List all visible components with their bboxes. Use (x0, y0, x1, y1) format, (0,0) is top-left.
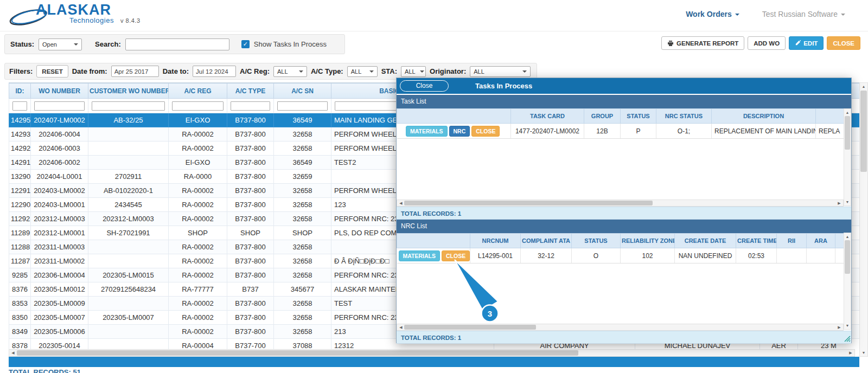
main-hscroll-thumb[interactable] (17, 350, 578, 356)
cell-wo-number: 202407-LM0002 (31, 113, 88, 127)
main-vscroll-thumb[interactable] (860, 91, 867, 172)
nrc-button[interactable]: NRC (449, 126, 470, 137)
date-to-input[interactable] (193, 66, 236, 77)
cell-id: 11287 (9, 254, 31, 268)
cell-ac-reg: RA-00002 (169, 297, 227, 311)
nrc-col-status[interactable]: STATUS (572, 234, 621, 248)
date-from-input[interactable] (111, 66, 159, 77)
cell-ac-sn: 37088 (274, 339, 331, 350)
task-col-group[interactable]: GROUP (584, 109, 621, 124)
cell-ac-reg: RA-00002 (169, 268, 227, 282)
nav-work-orders[interactable]: Work Orders (686, 10, 739, 18)
nrc-col-rii[interactable]: RII (777, 234, 807, 248)
cell-wo-number: 202312-LM0001 (31, 226, 88, 240)
col-wo-number[interactable]: WO NUMBER (31, 83, 88, 99)
search-input[interactable] (125, 38, 229, 50)
filter-input-wo-number[interactable] (34, 101, 85, 111)
scroll-left-icon[interactable]: ◀ (397, 200, 405, 206)
filter-input-id[interactable] (12, 101, 27, 111)
cell-ac-sn: 32658 (274, 268, 331, 282)
ac-reg-select[interactable]: ALL (273, 66, 307, 77)
col-id[interactable]: ID: (9, 83, 31, 99)
nrc-hscrollbar[interactable]: ◀ ▶ (397, 324, 844, 331)
cell-ac-type: B737-800 (227, 268, 274, 282)
originator-select[interactable]: ALL (470, 66, 531, 77)
main-vscrollbar[interactable]: ▲ ▼ (859, 82, 868, 357)
close-task-button[interactable]: CLOSE (471, 126, 500, 137)
cell-ac-reg: RA-00002 (169, 127, 227, 142)
filter-input-ac-type[interactable] (231, 101, 270, 111)
reset-button[interactable]: RESET (36, 65, 68, 78)
nrc-col-reliability-zone[interactable]: RELIABILITY ZONE (621, 234, 675, 248)
scroll-down-icon[interactable]: ▼ (844, 322, 851, 329)
task-col-task-card[interactable]: TASK CARD (511, 109, 584, 124)
col-ac-type[interactable]: A/C TYPE (227, 83, 274, 99)
task-hscrollbar[interactable]: ◀ ▶ (397, 200, 844, 207)
task-vscroll-thumb[interactable] (845, 116, 850, 150)
cell-wo-number: 202305-0014 (31, 339, 88, 350)
scroll-right-icon[interactable]: ▶ (835, 324, 843, 330)
show-tasks-checkbox[interactable]: ✓ (241, 40, 250, 48)
nrc-row[interactable]: MATERIALSCLOSE L14295-001 32-12 O 102 NA… (397, 248, 844, 263)
materials-button[interactable]: MATERIALS (399, 250, 440, 261)
task-row[interactable]: MATERIALSNRCCLOSE 1477-202407-LM0002 12B… (397, 124, 844, 139)
task-total-records: TOTAL RECORDS: 1 (397, 207, 851, 220)
ac-type-select[interactable]: ALL (347, 66, 378, 77)
cell-ac-sn: 32659 (274, 170, 331, 184)
edit-button[interactable]: EDIT (789, 36, 824, 50)
scroll-up-icon[interactable]: ▲ (844, 109, 851, 116)
nrc-col-complaint-ata[interactable]: COMPLAINT ATA (521, 234, 572, 248)
main-hscrollbar[interactable]: ◀ ▶ (9, 349, 855, 357)
cell-ac-type: B737-800 (227, 240, 274, 254)
cell-ac-sn: 345677 (274, 282, 331, 297)
close-button[interactable]: CLOSE (827, 36, 860, 50)
nav-user-menu[interactable]: Test Russian Software (762, 10, 845, 18)
nrc-col-ara[interactable]: ARA (807, 234, 835, 248)
chevron-down-icon (735, 14, 739, 16)
nrc-col-create-date[interactable]: CREATE DATE (675, 234, 736, 248)
scroll-left-icon[interactable]: ◀ (397, 324, 405, 330)
cell-ac-type: B737-800 (227, 198, 274, 212)
add-wo-button[interactable]: ADD WO (748, 36, 786, 50)
ac-type-value: ALL (351, 68, 362, 75)
add-wo-label: ADD WO (754, 40, 780, 47)
materials-button[interactable]: MATERIALS (406, 126, 447, 137)
scroll-down-icon[interactable]: ▼ (844, 198, 851, 205)
scroll-right-icon[interactable]: ▶ (847, 350, 854, 356)
col-customer-wo-number[interactable]: CUSTOMER WO NUMBER (88, 83, 169, 99)
nrc-col-d[interactable]: D (835, 234, 844, 248)
cell-id: 13290 (9, 170, 31, 184)
generate-report-button[interactable]: GENERATE REPORT (661, 36, 744, 50)
nrc-cell-d (835, 248, 844, 263)
nrc-vscroll-thumb[interactable] (845, 240, 850, 274)
scroll-up-icon[interactable]: ▲ (844, 233, 851, 240)
sta-select[interactable]: ALL (401, 66, 426, 77)
scroll-up-icon[interactable]: ▲ (860, 83, 867, 90)
cell-customer-wo (88, 339, 169, 350)
status-select[interactable]: Open (39, 38, 82, 50)
nrc-col-create-time[interactable]: CREATE TIME (736, 234, 777, 248)
scroll-down-icon[interactable]: ▼ (860, 349, 867, 356)
close-nrc-button[interactable]: CLOSE (442, 250, 470, 261)
scroll-right-icon[interactable]: ▶ (835, 200, 843, 206)
scroll-left-icon[interactable]: ◀ (9, 350, 17, 356)
nrc-hscroll-thumb[interactable] (404, 325, 536, 330)
col-ac-sn[interactable]: A/C SN (274, 83, 331, 99)
cell-ac-reg: RA-00002 (169, 254, 227, 268)
nrc-vscrollbar[interactable]: ▲ ▼ (844, 233, 851, 330)
task-col-nrc-status[interactable]: NRC STATUS (656, 109, 712, 124)
nrc-col-nrcnum[interactable]: NRCNUM (470, 234, 521, 248)
nrc-cell-ara (807, 248, 835, 263)
task-hscroll-thumb[interactable] (404, 201, 653, 205)
filter-input-ac-reg[interactable] (172, 101, 224, 111)
modal-close-button[interactable]: Close (400, 80, 449, 92)
filter-input-ac-sn[interactable] (277, 101, 328, 111)
resize-handle[interactable] (843, 335, 851, 342)
task-col-status[interactable]: STATUS (621, 109, 656, 124)
task-vscrollbar[interactable]: ▲ ▼ (844, 108, 851, 206)
nrc-header-row: NRCNUM COMPLAINT ATA STATUS RELIABILITY … (397, 234, 844, 248)
filter-input-customer-wo[interactable] (92, 101, 165, 111)
task-col-description[interactable]: DESCRIPTION (712, 109, 816, 124)
col-ac-reg[interactable]: A/C REG (169, 83, 227, 99)
cell-wo-number: 202311-LM0002 (31, 254, 88, 268)
